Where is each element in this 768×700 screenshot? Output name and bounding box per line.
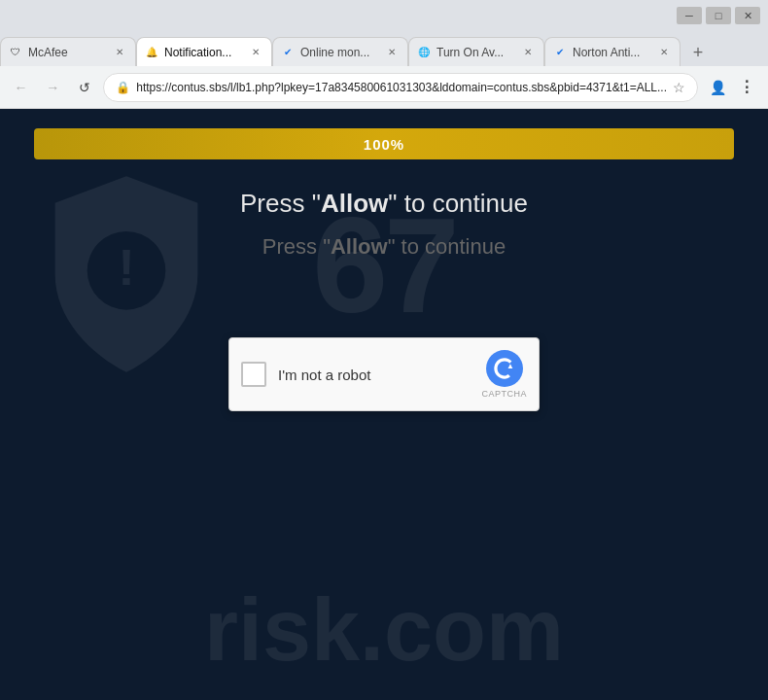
tab-label-mcafee: McAfee	[28, 46, 106, 59]
svg-text:!: !	[118, 240, 134, 296]
captcha-right: CAPTCHA	[481, 350, 527, 399]
tab-close-mcafee[interactable]: ✕	[112, 45, 127, 60]
tab-turn-on[interactable]: 🌐 Turn On Av... ✕	[408, 37, 544, 66]
page-content: ! 67 100% Press "Allow" to continue Pres…	[0, 109, 768, 700]
svg-point-2	[486, 350, 523, 387]
address-bar: ← → ↺ 🔒 https://contus.sbs/l/lb1.php?lpk…	[0, 66, 768, 109]
new-tab-button[interactable]: +	[684, 39, 712, 66]
allow-bold-sub: Allow	[331, 234, 388, 259]
captcha-checkbox[interactable]	[241, 362, 266, 387]
profile-button[interactable]: 👤	[704, 74, 731, 101]
shield-watermark-icon: !	[29, 167, 224, 381]
press-allow-main: Press "Allow" to continue	[240, 189, 528, 219]
tab-online-mon[interactable]: ✔ Online mon... ✕	[272, 37, 408, 66]
watermark-domain: risk.com	[0, 580, 768, 681]
tab-favicon-notification: 🔔	[145, 46, 158, 59]
maximize-button[interactable]: □	[706, 7, 731, 24]
tab-favicon-online: ✔	[281, 46, 295, 59]
progress-text: 100%	[364, 136, 404, 153]
captcha-label: I'm not a robot	[278, 367, 470, 383]
tab-label-turnon: Turn On Av...	[436, 46, 514, 59]
tab-notification[interactable]: 🔔 Notification... ✕	[136, 37, 272, 66]
toolbar-right: 👤 ⋮	[704, 74, 760, 101]
close-button[interactable]: ✕	[735, 7, 760, 24]
menu-button[interactable]: ⋮	[733, 74, 760, 101]
lock-icon: 🔒	[116, 81, 130, 94]
tab-favicon-turnon: 🌐	[417, 46, 431, 59]
minimize-button[interactable]: ─	[677, 7, 702, 24]
url-text: https://contus.sbs/l/lb1.php?lpkey=17a83…	[136, 81, 667, 94]
tab-close-turnon[interactable]: ✕	[520, 45, 536, 60]
back-button[interactable]: ←	[8, 74, 34, 101]
captcha-subtext: CAPTCHA	[481, 389, 527, 399]
url-bar[interactable]: 🔒 https://contus.sbs/l/lb1.php?lpkey=17a…	[103, 73, 698, 102]
tab-favicon-norton: ✔	[553, 46, 567, 59]
captcha-widget[interactable]: I'm not a robot CAPTCHA	[228, 337, 540, 411]
tab-label-online: Online mon...	[300, 46, 378, 59]
tab-favicon-mcafee: 🛡	[9, 46, 22, 59]
tab-bar: 🛡 McAfee ✕ 🔔 Notification... ✕ ✔ Online …	[0, 31, 768, 66]
recaptcha-logo-icon	[486, 350, 523, 387]
progress-bar-container: 100%	[34, 128, 734, 159]
tab-label-notification: Notification...	[164, 46, 242, 59]
title-bar: ─ □ ✕	[0, 0, 768, 31]
bookmark-icon[interactable]: ☆	[673, 80, 685, 95]
tab-close-norton[interactable]: ✕	[656, 45, 672, 60]
press-allow-sub: Press "Allow" to continue	[262, 234, 506, 260]
allow-bold-main: Allow	[321, 189, 388, 218]
tab-label-norton: Norton Anti...	[573, 46, 650, 59]
window-controls: ─ □ ✕	[677, 7, 760, 24]
forward-button[interactable]: →	[40, 74, 66, 101]
svg-point-0	[87, 231, 166, 310]
reload-button[interactable]: ↺	[72, 74, 98, 101]
tab-mcafee[interactable]: 🛡 McAfee ✕	[0, 37, 136, 66]
tab-close-online[interactable]: ✕	[384, 45, 400, 60]
tab-norton[interactable]: ✔ Norton Anti... ✕	[544, 37, 681, 66]
progress-bar-fill: 100%	[34, 128, 734, 159]
tab-close-notification[interactable]: ✕	[248, 45, 263, 60]
